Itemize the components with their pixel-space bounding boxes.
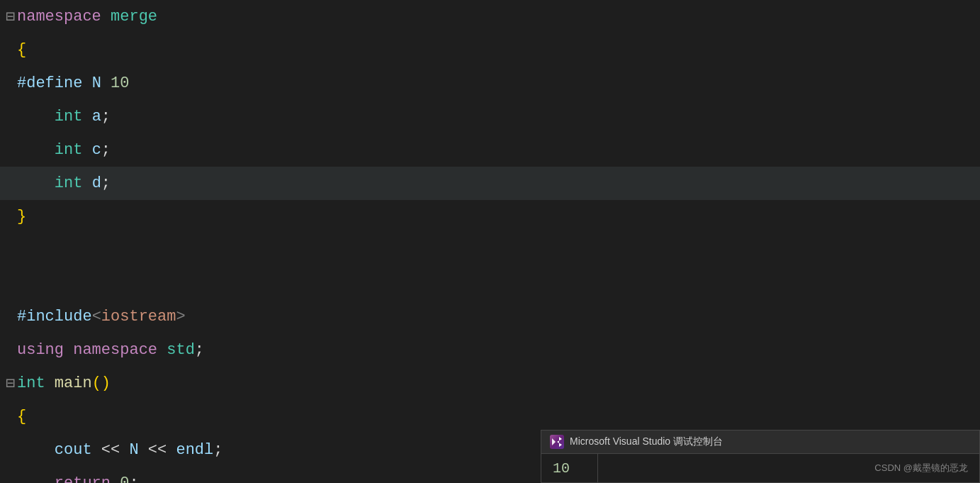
token-punctuation: ;: [101, 174, 111, 192]
token-identifier: N: [129, 441, 138, 459]
indent-space: [17, 474, 55, 483]
token-plain: [82, 141, 91, 159]
code-line[interactable]: {: [0, 400, 980, 433]
token-bracket: {: [17, 408, 26, 426]
token-punctuation: ;: [129, 474, 138, 483]
code-line[interactable]: [0, 233, 980, 267]
token-punctuation: ;: [195, 341, 204, 359]
token-plain: [139, 441, 148, 459]
token-kw-int: int: [55, 141, 83, 159]
token-preprocessor: #include: [17, 308, 92, 326]
collapse-spacer: [6, 241, 17, 259]
token-angle: <: [92, 308, 101, 326]
token-plain: [82, 74, 91, 92]
vs-icon: [550, 435, 564, 449]
token-group: {: [17, 41, 26, 59]
indent-space: [17, 174, 55, 192]
collapse-spacer: [6, 341, 17, 359]
collapse-spacer: [6, 41, 17, 59]
token-group: int main(): [17, 374, 111, 392]
debug-console-title: Microsoft Visual Studio 调试控制台: [570, 435, 723, 448]
token-plain: [45, 374, 55, 392]
token-group: {: [17, 408, 26, 426]
code-line[interactable]: }: [0, 200, 980, 233]
token-std-ns: std: [167, 341, 195, 359]
code-line[interactable]: #include<iostream>: [0, 300, 980, 333]
token-preprocessor: #define: [17, 74, 82, 92]
token-identifier: c: [92, 141, 101, 159]
token-group: cout << N << endl;: [55, 441, 223, 459]
code-line[interactable]: {: [0, 33, 980, 67]
token-bracket: (): [92, 374, 111, 392]
token-plain: [101, 74, 111, 92]
collapse-spacer: [6, 441, 17, 459]
code-line[interactable]: ⊟int main(): [0, 367, 980, 400]
code-line[interactable]: int a;: [0, 100, 980, 133]
token-plain: [82, 108, 91, 126]
token-kw-namespace: namespace: [73, 341, 157, 359]
token-punctuation: ;: [101, 141, 111, 159]
token-punctuation: ;: [213, 441, 223, 459]
token-kw-int: int: [55, 108, 83, 126]
code-line[interactable]: int c;: [0, 133, 980, 167]
code-line[interactable]: using namespace std;: [0, 333, 980, 367]
token-operator: <<: [148, 441, 167, 459]
collapse-icon[interactable]: ⊟: [6, 7, 17, 26]
token-kw-using: using: [17, 341, 64, 359]
code-editor: ⊟namespace merge { #define N 10 int a; i…: [0, 0, 980, 483]
token-plain: [64, 341, 73, 359]
token-identifier: d: [92, 174, 101, 192]
token-group: namespace merge: [17, 8, 157, 26]
debug-console: Microsoft Visual Studio 调试控制台 10 CSDN @戴…: [541, 430, 980, 483]
collapse-spacer: [6, 74, 17, 92]
token-number: 10: [111, 74, 129, 92]
token-plain: [167, 441, 176, 459]
token-namespace-name: merge: [111, 8, 157, 26]
collapse-spacer: [6, 474, 17, 483]
token-plain: [111, 474, 120, 483]
debug-output-line: 10 CSDN @戴墨镜的恶龙: [541, 454, 979, 482]
token-identifier: a: [92, 108, 101, 126]
token-kw-int: int: [17, 374, 45, 392]
indent-space: [17, 141, 55, 159]
token-bracket: {: [17, 41, 26, 59]
token-angle: >: [176, 308, 185, 326]
code-line[interactable]: ⊟namespace merge: [0, 0, 980, 33]
token-string: iostream: [101, 308, 176, 326]
code-line[interactable]: [0, 267, 980, 300]
indent-space: [17, 108, 55, 126]
collapse-spacer: [6, 308, 17, 326]
token-operator: <<: [101, 441, 120, 459]
token-group: int a;: [55, 108, 111, 126]
token-group: return 0;: [55, 474, 139, 483]
token-plain: [92, 441, 101, 459]
collapse-spacer: [6, 174, 17, 192]
token-plain: [101, 8, 111, 26]
token-group: using namespace std;: [17, 341, 204, 359]
token-plain: [157, 341, 167, 359]
code-line[interactable]: int d;: [0, 167, 980, 200]
token-kw-return: return: [55, 474, 111, 483]
token-group: #include<iostream>: [17, 308, 186, 326]
token-kw-int: int: [55, 174, 83, 192]
token-group: int c;: [55, 141, 111, 159]
token-kw-cout: cout: [55, 441, 92, 459]
token-group: int d;: [55, 174, 111, 192]
token-group: #define N 10: [17, 74, 129, 92]
token-endl-kw: endl: [176, 441, 213, 459]
token-identifier: N: [92, 74, 101, 92]
token-punctuation: ;: [101, 108, 111, 126]
debug-watermark: CSDN @戴墨镜的恶龙: [598, 462, 979, 474]
token-number: 0: [120, 474, 129, 483]
collapse-spacer: [6, 208, 17, 226]
collapse-spacer: [6, 274, 17, 292]
indent-space: [17, 441, 55, 459]
token-kw-main: main: [55, 374, 92, 392]
collapse-icon[interactable]: ⊟: [6, 374, 17, 393]
token-plain: [82, 174, 91, 192]
token-bracket: }: [17, 208, 26, 226]
token-group: }: [17, 208, 26, 226]
collapse-spacer: [6, 408, 17, 426]
code-line[interactable]: #define N 10: [0, 67, 980, 100]
debug-title-bar: Microsoft Visual Studio 调试控制台: [541, 431, 979, 454]
